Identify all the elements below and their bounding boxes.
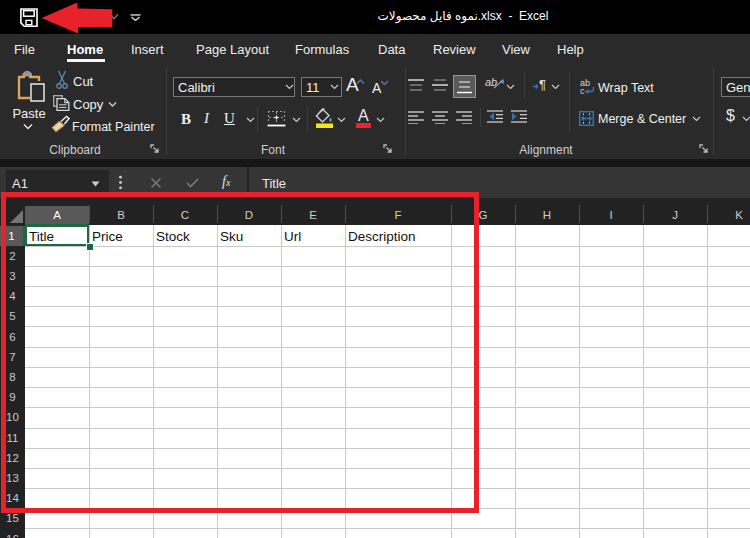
- svg-text:c: c: [580, 86, 585, 95]
